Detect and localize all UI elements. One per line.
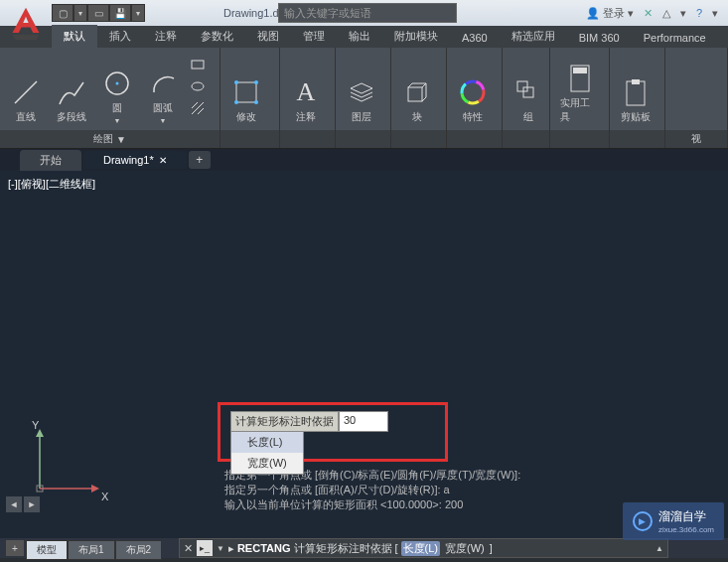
- command-line[interactable]: ✕ ▸_ ▼ ▸ RECTANG 计算矩形标注时依据 [长度(L) 宽度(W)]…: [179, 538, 668, 558]
- open-icon[interactable]: ▭: [87, 4, 109, 22]
- qat-more-icon[interactable]: ▾: [131, 4, 145, 22]
- svg-rect-10: [408, 87, 422, 101]
- layout-tab-model[interactable]: 模型: [26, 540, 68, 560]
- polyline-tool[interactable]: 多段线: [50, 52, 93, 126]
- tab-output[interactable]: 输出: [337, 25, 382, 48]
- svg-point-4: [192, 82, 204, 90]
- group-tool[interactable]: 组: [507, 52, 550, 126]
- svg-rect-20: [573, 68, 587, 73]
- chevron-up-icon[interactable]: ▲: [655, 544, 663, 553]
- filetab-drawing1[interactable]: Drawing1*✕: [83, 151, 187, 169]
- ribbon: 直线 多段线 圆▼ 圆弧▼ 绘图 ▼ 修改 A: [0, 48, 728, 149]
- layout-tabs: + 模型 布局1 布局2: [6, 540, 162, 560]
- svg-line-0: [15, 81, 37, 103]
- svg-rect-3: [192, 61, 204, 69]
- arc-tool[interactable]: 圆弧▼: [141, 52, 185, 126]
- layer-tool[interactable]: 图层: [340, 52, 383, 126]
- svg-rect-5: [236, 82, 256, 102]
- watermark: ▶ 溜溜自学 zixue.3d66.com: [623, 502, 724, 540]
- tab-a360[interactable]: A360: [450, 28, 500, 48]
- exchange-icon[interactable]: ✕: [644, 7, 653, 20]
- svg-rect-22: [632, 79, 640, 84]
- app-logo-icon[interactable]: [6, 4, 46, 44]
- chevron-down-icon[interactable]: ▾: [712, 7, 718, 20]
- hatch-icon[interactable]: [189, 99, 207, 117]
- dynamic-input-menu: 长度(L) 宽度(W): [230, 431, 304, 475]
- user-icon: 👤: [586, 7, 600, 20]
- chevron-down-icon[interactable]: ▼: [217, 544, 224, 553]
- tab-bim360[interactable]: BIM 360: [567, 28, 632, 48]
- arc-icon: [147, 68, 179, 99]
- new-dd-icon[interactable]: ▾: [73, 4, 87, 22]
- menu-item-length[interactable]: 长度(L): [231, 432, 303, 453]
- close-icon[interactable]: ✕: [159, 155, 167, 166]
- svg-rect-17: [517, 81, 527, 91]
- titlebar: ▢ ▾ ▭ 💾 ▾ Drawing1.dwg 输入关键字或短语 👤 登录 ▾ ✕…: [0, 0, 728, 26]
- clipboard-tool[interactable]: 剪贴板: [614, 52, 657, 126]
- line-tool[interactable]: 直线: [4, 52, 48, 126]
- ucs-x-label: X: [101, 491, 109, 502]
- search-input[interactable]: 输入关键字或短语: [278, 3, 457, 23]
- tab-manage[interactable]: 管理: [291, 25, 337, 48]
- text-icon: A: [290, 76, 322, 108]
- tab-featured[interactable]: 精选应用: [500, 25, 567, 48]
- save-icon[interactable]: 💾: [109, 4, 131, 22]
- block-icon: [401, 76, 433, 108]
- ribbon-tabs: 默认 插入 注释 参数化 视图 管理 输出 附加模块 A360 精选应用 BIM…: [0, 26, 728, 48]
- svg-point-7: [254, 80, 258, 84]
- filetab-start[interactable]: 开始: [20, 150, 81, 171]
- line-icon: [10, 76, 42, 108]
- svg-marker-26: [91, 485, 99, 492]
- play-icon: ▶: [633, 511, 653, 531]
- ucs-y-label: Y: [32, 419, 40, 431]
- drawing-area[interactable]: [-][俯视][二维线框] Y X 指定第一个角点或 [倒角(C)/标高(E)/…: [0, 171, 728, 538]
- chevron-icon: ▸: [228, 542, 234, 555]
- ellipse-icon[interactable]: [189, 77, 207, 95]
- viewport-label[interactable]: [-][俯视][二维线框]: [8, 177, 95, 192]
- chevron-down-icon[interactable]: ▾: [680, 7, 686, 20]
- scroll-left-icon[interactable]: ◄: [6, 496, 22, 512]
- panel-view-label[interactable]: 视: [665, 130, 727, 148]
- tab-insert[interactable]: 插入: [97, 25, 143, 48]
- panel-draw-label[interactable]: 绘图 ▼: [0, 130, 219, 148]
- tab-performance[interactable]: Performance: [632, 28, 718, 48]
- dynamic-input-field[interactable]: 30: [339, 411, 388, 432]
- layer-icon: [346, 76, 377, 108]
- properties-tool[interactable]: 特性: [451, 52, 495, 126]
- modify-tool[interactable]: 修改: [224, 52, 268, 126]
- new-tab-button[interactable]: +: [189, 151, 211, 169]
- a360-icon[interactable]: △: [662, 7, 670, 20]
- modify-icon: [230, 76, 262, 108]
- dynamic-input: 计算矩形标注时依据 30: [230, 411, 388, 432]
- cmd-opt-width[interactable]: 宽度(W): [443, 541, 487, 556]
- tab-parametric[interactable]: 参数化: [189, 25, 245, 48]
- utilities-tool[interactable]: 实用工具: [554, 52, 605, 126]
- tab-view[interactable]: 视图: [245, 25, 291, 48]
- layout-add-button[interactable]: +: [6, 540, 24, 556]
- menu-item-width[interactable]: 宽度(W): [231, 453, 303, 474]
- svg-point-2: [116, 82, 119, 85]
- svg-point-6: [234, 80, 238, 84]
- calculator-icon: [564, 63, 596, 94]
- rect-icon[interactable]: [189, 56, 207, 73]
- login-button[interactable]: 👤 登录 ▾: [586, 6, 634, 21]
- layout-tab-layout2[interactable]: 布局2: [115, 540, 163, 560]
- color-wheel-icon: [457, 76, 489, 108]
- scroll-right-icon[interactable]: ►: [24, 496, 40, 512]
- tab-default[interactable]: 默认: [52, 25, 97, 48]
- circle-tool[interactable]: 圆▼: [95, 52, 139, 126]
- close-icon[interactable]: ✕: [184, 542, 193, 555]
- tab-addins[interactable]: 附加模块: [382, 25, 450, 48]
- block-tool[interactable]: 块: [395, 52, 439, 126]
- circle-icon: [101, 68, 133, 99]
- annotate-tool[interactable]: A注释: [284, 52, 328, 126]
- command-prompt-icon[interactable]: ▸_: [197, 540, 213, 556]
- dynamic-input-label: 计算矩形标注时依据: [230, 411, 339, 432]
- new-icon[interactable]: ▢: [52, 4, 73, 22]
- help-icon[interactable]: ?: [696, 7, 702, 19]
- svg-rect-21: [627, 81, 645, 105]
- layout-tab-layout1[interactable]: 布局1: [68, 540, 115, 560]
- file-tabs: 开始 Drawing1*✕ +: [0, 149, 728, 171]
- tab-annotate[interactable]: 注释: [143, 25, 189, 48]
- cmd-opt-length[interactable]: 长度(L): [401, 541, 440, 556]
